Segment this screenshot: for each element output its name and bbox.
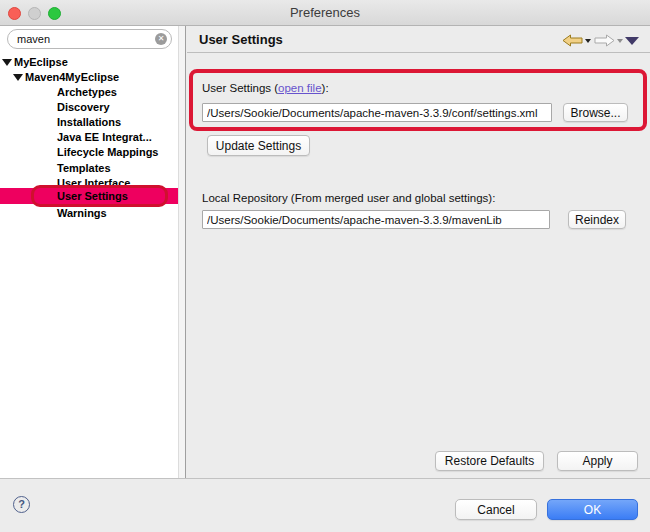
user-settings-label: User Settings (open file):	[202, 82, 329, 94]
tree-item-myeclipse[interactable]: MyEclipse	[0, 55, 178, 70]
page-title: User Settings	[199, 32, 283, 47]
tree-item-templates[interactable]: Templates	[0, 161, 178, 176]
tree-item-label: Templates	[57, 162, 111, 174]
tree-item-installations[interactable]: Installations	[0, 115, 178, 130]
ok-button[interactable]: OK	[547, 499, 638, 520]
tree-item-discovery[interactable]: Discovery	[0, 100, 178, 115]
expander-triangle-icon[interactable]	[13, 74, 23, 81]
tree-item-label: MyEclipse	[14, 56, 68, 68]
forward-history-dropdown-icon[interactable]	[617, 39, 623, 43]
tree-item-label: Java EE Integrat...	[57, 131, 152, 143]
tree-item-label: Lifecycle Mappings	[57, 146, 158, 158]
update-settings-button[interactable]: Update Settings	[207, 135, 310, 156]
search-input[interactable]	[17, 31, 147, 47]
tree-item-warnings[interactable]: Warnings	[0, 206, 178, 221]
main-panel: User Settings User Settings (open file):…	[187, 26, 650, 478]
page-header: User Settings	[187, 26, 650, 53]
help-button[interactable]: ?	[13, 496, 30, 513]
dialog-footer: ? Cancel OK	[0, 478, 650, 532]
preferences-window: Preferences ✕ MyEclipse Maven4MyEclipse …	[0, 0, 650, 532]
tree-item-label: Discovery	[57, 101, 110, 113]
tree-item-lifecycle-mappings[interactable]: Lifecycle Mappings	[0, 145, 178, 160]
tree-item-label: User Settings	[57, 190, 128, 202]
cancel-button[interactable]: Cancel	[455, 499, 537, 520]
window-title: Preferences	[0, 5, 650, 20]
local-repository-label: Local Repository (From merged user and g…	[202, 192, 495, 204]
tree-item-label: Installations	[57, 116, 121, 128]
sidebar-scrollbar-track[interactable]	[178, 26, 185, 478]
tree-item-label: Archetypes	[57, 86, 117, 98]
tree-item-java-ee-integration[interactable]: Java EE Integrat...	[0, 130, 178, 145]
titlebar[interactable]: Preferences	[0, 0, 650, 26]
expander-triangle-icon[interactable]	[2, 59, 12, 66]
search-field[interactable]: ✕	[7, 29, 172, 49]
browse-button[interactable]: Browse...	[563, 103, 628, 122]
back-history-dropdown-icon[interactable]	[585, 39, 591, 43]
clear-search-icon[interactable]: ✕	[155, 33, 167, 45]
back-arrow-icon[interactable]	[562, 34, 583, 47]
tree-item-label: Maven4MyEclipse	[25, 71, 119, 83]
tree-item-archetypes[interactable]: Archetypes	[0, 85, 178, 100]
tree-item-user-settings[interactable]: User Settings	[0, 188, 178, 204]
reindex-button[interactable]: Reindex	[568, 210, 626, 229]
view-menu-icon[interactable]	[625, 37, 639, 45]
tree-item-maven4myeclipse[interactable]: Maven4MyEclipse	[0, 70, 178, 85]
settings-file-input[interactable]	[202, 103, 552, 122]
tree-item-label: Warnings	[57, 207, 107, 219]
restore-defaults-button[interactable]: Restore Defaults	[435, 451, 544, 471]
open-file-link[interactable]: open file	[278, 82, 321, 94]
sidebar: ✕ MyEclipse Maven4MyEclipse Archetypes D…	[0, 26, 186, 478]
apply-button[interactable]: Apply	[557, 451, 638, 471]
local-repository-input[interactable]	[202, 210, 550, 229]
forward-arrow-icon[interactable]	[594, 34, 615, 47]
